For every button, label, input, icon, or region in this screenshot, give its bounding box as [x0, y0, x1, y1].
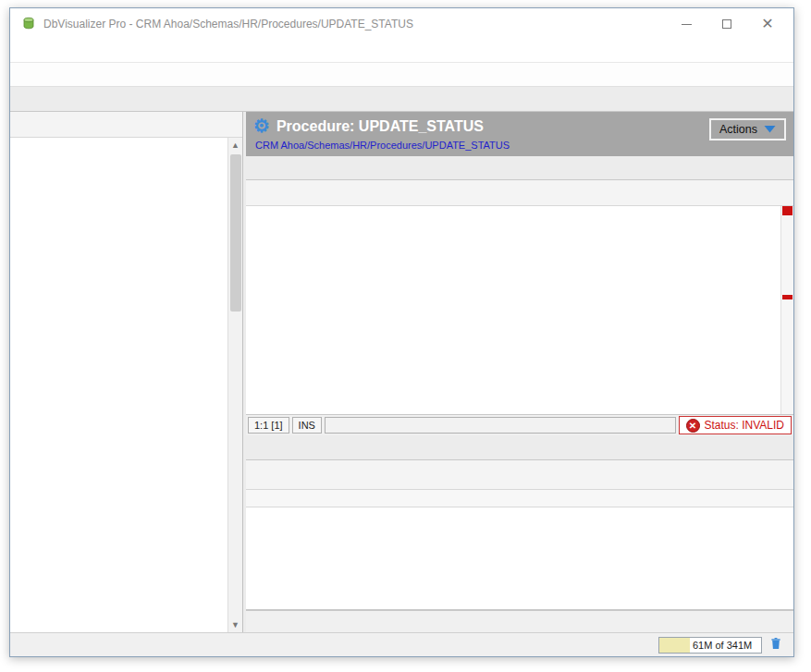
editor-message-field [325, 417, 676, 434]
database-objects-tree [10, 138, 227, 632]
code-area[interactable] [246, 206, 780, 414]
insert-mode: INS [292, 417, 322, 434]
maximize-icon [722, 19, 731, 29]
memory-fill [659, 638, 690, 653]
scroll-up-icon[interactable]: ▲ [228, 138, 242, 153]
maximize-button[interactable] [707, 11, 747, 37]
app-status-bar: 61M of 341M [10, 632, 793, 656]
object-tabs [246, 156, 793, 180]
memory-monitor[interactable]: 61M of 341M [658, 637, 762, 654]
error-mark-icon[interactable] [782, 295, 793, 299]
sql-editor[interactable] [246, 206, 793, 415]
app-logo-icon [21, 16, 36, 31]
trash-blue-icon [768, 636, 783, 651]
editor-toolbar [246, 180, 793, 206]
tree-toolbar [10, 112, 242, 138]
breadcrumb: CRM Ahoa/Schemas/HR/Procedures/UPDATE_ST… [255, 140, 786, 151]
database-tree-panel: ▲ ▼ [10, 112, 243, 632]
title-bar: DbVisualizer Pro - CRM Ahoa/Schemas/HR/P… [10, 8, 793, 40]
main-tab-row [10, 87, 793, 112]
close-icon: ✕ [761, 17, 773, 31]
log-tabs [246, 435, 793, 460]
error-stripe [780, 206, 793, 414]
memory-label: 61M of 341M [693, 640, 752, 651]
app-window: DbVisualizer Pro - CRM Ahoa/Schemas/HR/P… [9, 7, 794, 657]
editor-status-bar: 1:1 [1] INS ✕ Status: INVALID [246, 415, 793, 435]
minimize-button[interactable] [666, 11, 707, 37]
log-toolbar [246, 460, 793, 490]
actions-label: Actions [719, 123, 757, 136]
object-status-badge: ✕ Status: INVALID [679, 416, 792, 434]
menu-bar [10, 40, 793, 63]
object-view-panel: ⚙ Procedure: UPDATE_STATUS CRM Ahoa/Sche… [246, 112, 793, 632]
tree-scrollbar[interactable]: ▲ ▼ [227, 138, 242, 632]
object-title: Procedure: UPDATE_STATUS [276, 118, 484, 135]
caret-blue-icon [764, 125, 776, 133]
close-button[interactable]: ✕ [747, 11, 788, 37]
content-area: ▲ ▼ ⚙ Procedure: UPDATE_STATUS CRM Ahoa/… [10, 112, 793, 632]
window-title: DbVisualizer Pro - CRM Ahoa/Schemas/HR/P… [43, 18, 666, 31]
gear-proc-big-icon: ⚙ [253, 116, 270, 135]
minimize-icon [682, 24, 692, 25]
error-mark-icon[interactable] [782, 206, 793, 215]
caret-position: 1:1 [1] [248, 417, 289, 434]
actions-button[interactable]: Actions [709, 118, 786, 141]
garbage-collect-button[interactable] [765, 635, 786, 655]
scrollbar-thumb[interactable] [230, 154, 241, 312]
log-table-header [246, 490, 793, 507]
main-toolbar [10, 63, 793, 87]
object-header: ⚙ Procedure: UPDATE_STATUS CRM Ahoa/Sche… [246, 112, 793, 156]
scroll-down-icon[interactable]: ▼ [228, 617, 242, 632]
error-circle-icon: ✕ [686, 419, 700, 433]
log-table [246, 490, 793, 610]
